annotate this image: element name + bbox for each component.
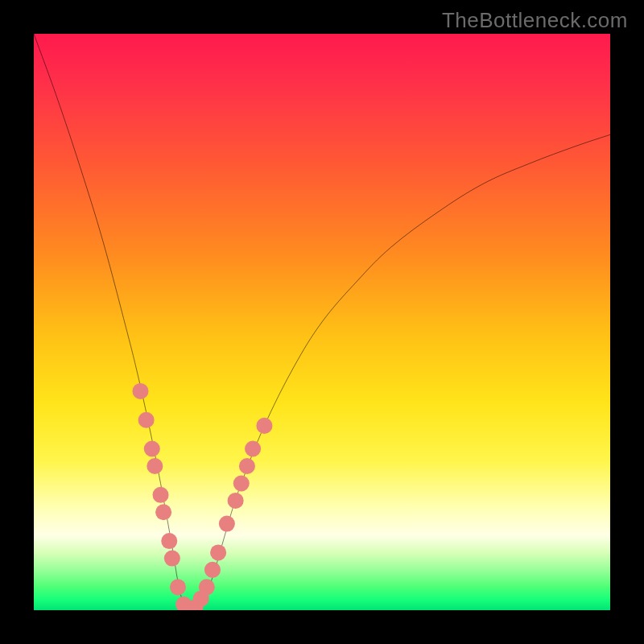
curve-marker xyxy=(210,544,226,560)
curve-marker xyxy=(161,533,177,549)
plot-frame xyxy=(34,34,610,610)
curve-marker xyxy=(170,579,186,595)
curve-marker xyxy=(233,475,250,491)
curve-markers xyxy=(132,383,272,610)
curve-marker xyxy=(147,458,163,474)
curve-marker xyxy=(199,579,215,595)
curve-marker xyxy=(152,487,168,503)
curve-marker xyxy=(245,440,261,456)
curve-marker xyxy=(138,412,155,428)
curve-marker xyxy=(155,504,171,520)
bottleneck-curve xyxy=(34,34,610,610)
curve-marker xyxy=(164,551,180,567)
curve-marker xyxy=(228,493,244,509)
plot-overlay xyxy=(34,34,610,610)
curve-marker xyxy=(219,516,235,532)
curve-marker xyxy=(144,440,160,456)
curve-marker xyxy=(204,562,221,578)
curve-marker xyxy=(239,458,255,474)
curve-marker xyxy=(256,418,272,434)
chart-stage: TheBottleneck.com xyxy=(0,0,644,644)
curve-marker xyxy=(132,383,148,399)
watermark-text: TheBottleneck.com xyxy=(442,8,628,33)
